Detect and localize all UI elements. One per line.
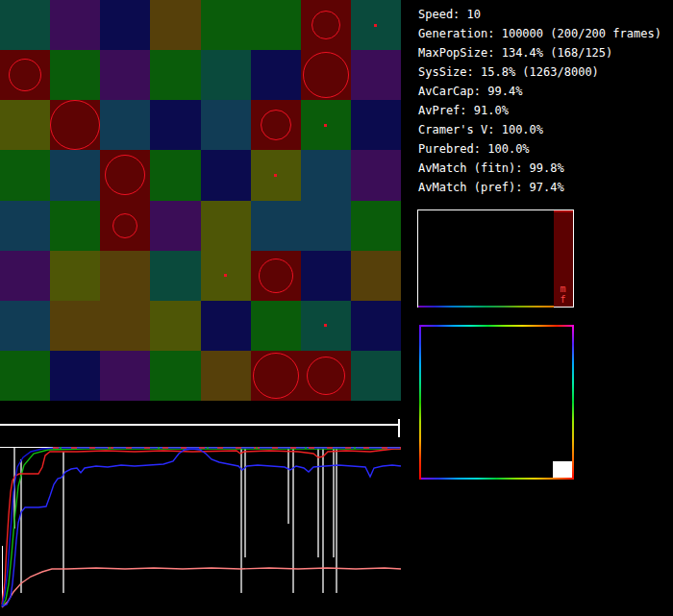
grid-cell (50, 150, 100, 200)
grid-cell (201, 100, 251, 150)
grid-cell (351, 251, 401, 301)
series-red-line (AvMatch pref) (2, 449, 401, 604)
organism-dot (274, 174, 277, 177)
grid-cell (251, 0, 301, 50)
stat-line: Generation: 100000 (200/200 frames) (418, 27, 661, 46)
grid-cell (351, 150, 401, 200)
grid-cell (0, 301, 50, 351)
preference-color-map (419, 325, 574, 480)
grid-cell (201, 50, 251, 100)
grid-cell (351, 100, 401, 150)
stat-line: Cramer's V: 100.0% (418, 123, 661, 142)
grid-cell (150, 50, 200, 100)
grid-cell (201, 150, 251, 200)
color-scale-left-edge (419, 325, 421, 480)
grid-cell (0, 201, 50, 251)
population-marker (553, 461, 572, 478)
grid-cell (351, 351, 401, 401)
grid-cell (0, 351, 50, 401)
grid-cell (251, 301, 301, 351)
grid-cell (50, 0, 100, 50)
sex-ratio-histogram: m f (417, 209, 574, 308)
grid-cell (201, 351, 251, 401)
grid-cell (150, 251, 200, 301)
grid-cell (100, 50, 150, 100)
series-bright-blue-line (AvPref) (2, 449, 401, 606)
organism-dot (324, 324, 327, 327)
color-scale-bottom-edge (419, 478, 574, 480)
grid-cell (150, 150, 200, 200)
stat-line: AvMatch (fitn): 99.8% (418, 161, 661, 181)
grid-cell (351, 201, 401, 251)
grid-cell (201, 301, 251, 351)
stat-line: MaxPopSize: 134.4% (168/125) (418, 46, 661, 65)
grid-cell (100, 251, 150, 301)
history-chart (0, 440, 404, 616)
grid-cell (0, 150, 50, 200)
series-green-line (AvCarCap) (2, 449, 401, 606)
grid-cell (0, 100, 50, 150)
grid-cell (351, 301, 401, 351)
grid-cell (50, 351, 100, 401)
grid-cell (0, 251, 50, 301)
timeline-position-marker[interactable] (398, 419, 400, 437)
series-dark-blue-top-line (Cramer's V) (2, 448, 401, 606)
grid-cell (201, 201, 251, 251)
grid-cell (50, 301, 100, 351)
population-bar-cap (554, 210, 573, 212)
organism-dot (374, 24, 377, 27)
world-grid (0, 0, 401, 401)
grid-cell (201, 0, 251, 50)
organism-circle (307, 357, 345, 395)
grid-cell (150, 201, 200, 251)
stat-line: AvCarCap: 99.4% (418, 85, 661, 104)
organism-circle (303, 52, 349, 98)
organism-circle (259, 259, 293, 293)
organism-circle (253, 353, 299, 399)
series-pink-line (SysSize) (2, 568, 401, 607)
grid-cell (50, 50, 100, 100)
grid-cell (351, 50, 401, 100)
stat-line: AvMatch (pref): 97.4% (418, 181, 661, 200)
hue-scale-strip (418, 306, 554, 308)
grid-cell (251, 50, 301, 100)
grid-cell (150, 0, 200, 50)
color-scale-top-edge (419, 325, 574, 327)
stats-panel: Speed: 10Generation: 100000 (200/200 fra… (418, 8, 661, 200)
grid-cell (301, 150, 351, 200)
organism-circle (312, 11, 340, 39)
simulation-window: Speed: 10Generation: 100000 (200/200 fra… (0, 0, 673, 616)
organism-circle (9, 59, 41, 91)
sex-labels: m f (554, 283, 573, 305)
stat-line: Purebred: 100.0% (418, 142, 661, 161)
grid-cell (100, 301, 150, 351)
population-bar: m f (554, 210, 573, 307)
timeline-track (0, 424, 398, 426)
grid-cell (301, 201, 351, 251)
grid-cell (150, 301, 200, 351)
organism-dot (224, 274, 227, 277)
grid-cell (100, 351, 150, 401)
organism-circle (261, 110, 291, 140)
grid-cell (150, 100, 200, 150)
stat-line: AvPref: 91.0% (418, 104, 661, 123)
grid-cell (50, 251, 100, 301)
stat-line: SysSize: 15.8% (1263/8000) (418, 65, 661, 85)
grid-cell (251, 201, 301, 251)
organism-dot (324, 124, 327, 127)
grid-cell (100, 0, 150, 50)
grid-cell (0, 0, 50, 50)
grid-cell (150, 351, 200, 401)
organism-circle (112, 213, 137, 238)
grid-cell (301, 251, 351, 301)
color-scale-right-edge (572, 325, 574, 480)
grid-cell (100, 100, 150, 150)
grid-cell (50, 201, 100, 251)
stat-line: Speed: 10 (418, 8, 661, 27)
